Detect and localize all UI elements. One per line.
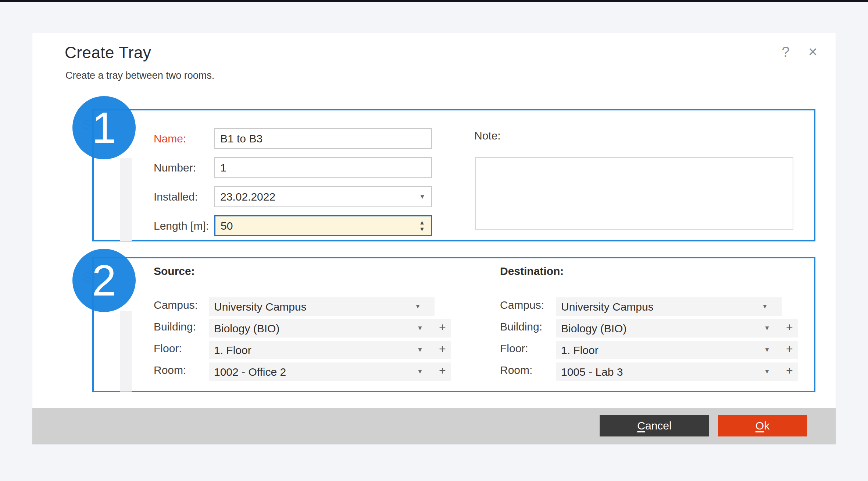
source-campus-label: Campus: xyxy=(154,299,198,311)
name-field-wrap xyxy=(214,128,432,149)
name-input[interactable] xyxy=(214,128,432,149)
destination-room-value: 1005 - Lab 3 xyxy=(561,366,623,378)
source-building-label: Building: xyxy=(154,321,196,333)
spinner-up-icon[interactable]: ▲ xyxy=(419,220,425,226)
destination-campus-value: University Campus xyxy=(561,301,654,313)
source-header: Source: xyxy=(154,265,195,277)
source-floor-combobox[interactable]: 1. Floor ▼ + xyxy=(209,341,451,359)
destination-header: Destination: xyxy=(500,265,564,277)
step2-badge: 2 xyxy=(72,249,136,312)
destination-room-label: Room: xyxy=(500,364,532,376)
source-campus-combobox[interactable]: University Campus ▼ xyxy=(209,297,435,316)
dropdown-arrow-icon[interactable]: ▼ xyxy=(417,346,423,354)
destination-building-label: Building: xyxy=(500,321,542,333)
destination-floor-label: Floor: xyxy=(500,342,528,355)
dialog-footer: Cancel Ok xyxy=(32,408,836,444)
destination-room-combobox[interactable]: 1005 - Lab 3 ▼ + xyxy=(556,362,798,381)
installed-dropdown-arrow-icon[interactable]: ▼ xyxy=(419,193,425,201)
add-room-icon[interactable]: + xyxy=(786,364,793,378)
ok-button[interactable]: Ok xyxy=(718,415,807,436)
source-building-combobox[interactable]: Biology (BIO) ▼ + xyxy=(209,319,451,337)
length-spinner: ▲ ▼ xyxy=(416,217,428,235)
note-textarea[interactable] xyxy=(475,157,793,230)
length-label: Length [m]: xyxy=(154,220,209,232)
installed-field-wrap: ▼ xyxy=(214,186,432,207)
destination-campus-combobox[interactable]: University Campus ▼ xyxy=(556,297,782,316)
step1-watermark-strip xyxy=(120,158,132,241)
add-room-icon[interactable]: + xyxy=(439,364,446,378)
dropdown-arrow-icon[interactable]: ▼ xyxy=(764,368,770,375)
add-floor-icon[interactable]: + xyxy=(439,342,446,356)
step2-watermark-strip xyxy=(120,311,132,392)
close-icon[interactable]: × xyxy=(802,41,824,63)
source-floor-label: Floor: xyxy=(154,342,182,355)
source-campus-value: University Campus xyxy=(214,301,307,313)
cancel-button[interactable]: Cancel xyxy=(600,415,709,436)
dropdown-arrow-icon[interactable]: ▼ xyxy=(417,325,423,332)
installed-date-input[interactable] xyxy=(214,186,432,207)
ok-label-rest: k xyxy=(764,420,769,432)
create-tray-dialog: Create Tray Create a tray between two ro… xyxy=(32,33,836,444)
help-icon[interactable]: ? xyxy=(776,42,796,62)
destination-campus-label: Campus: xyxy=(500,299,544,311)
dialog-subtitle: Create a tray between two rooms. xyxy=(65,70,214,81)
number-label: Number: xyxy=(154,162,196,174)
add-building-icon[interactable]: + xyxy=(439,321,446,334)
name-label: Name: xyxy=(154,132,186,145)
installed-label: Installed: xyxy=(154,191,198,203)
note-label: Note: xyxy=(474,130,501,142)
destination-building-value: Biology (BIO) xyxy=(561,322,626,335)
dropdown-arrow-icon[interactable]: ▼ xyxy=(415,303,421,310)
dropdown-arrow-icon[interactable]: ▼ xyxy=(417,368,423,375)
dropdown-arrow-icon[interactable]: ▼ xyxy=(764,325,770,332)
cancel-label-rest: ancel xyxy=(645,420,672,432)
destination-floor-value: 1. Floor xyxy=(561,344,599,357)
destination-floor-combobox[interactable]: 1. Floor ▼ + xyxy=(556,341,798,359)
number-field-wrap xyxy=(214,157,432,178)
dialog-title: Create Tray xyxy=(65,43,151,62)
cancel-mnemonic: C xyxy=(637,420,645,432)
number-input[interactable] xyxy=(214,157,432,178)
source-room-value: 1002 - Office 2 xyxy=(214,366,286,378)
add-building-icon[interactable]: + xyxy=(786,321,793,334)
spinner-down-icon[interactable]: ▼ xyxy=(419,226,425,232)
step1-badge: 1 xyxy=(72,96,136,159)
dropdown-arrow-icon[interactable]: ▼ xyxy=(764,346,770,354)
source-room-label: Room: xyxy=(154,364,186,376)
dropdown-arrow-icon[interactable]: ▼ xyxy=(762,303,768,310)
ok-mnemonic: O xyxy=(756,420,764,432)
length-field-wrap: ▲ ▼ xyxy=(214,215,432,236)
source-floor-value: 1. Floor xyxy=(214,344,251,357)
add-floor-icon[interactable]: + xyxy=(786,342,793,356)
top-window-strip xyxy=(0,0,868,2)
source-room-combobox[interactable]: 1002 - Office 2 ▼ + xyxy=(209,362,451,381)
length-input[interactable] xyxy=(214,215,432,236)
source-building-value: Biology (BIO) xyxy=(214,322,279,335)
destination-building-combobox[interactable]: Biology (BIO) ▼ + xyxy=(556,319,798,337)
